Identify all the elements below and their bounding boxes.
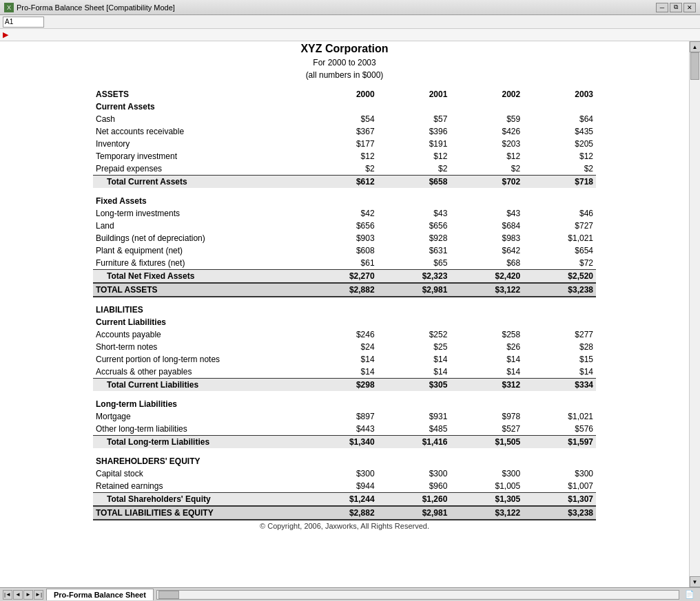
total-ca-label: Total Current Assets	[93, 176, 305, 189]
retained-2000: $944	[305, 480, 378, 493]
temp-inv-2003: $12	[523, 150, 596, 162]
nar-2000: $367	[305, 125, 378, 138]
cap-stock-label: Capital stock	[93, 467, 305, 480]
mortgage-2003: $1,021	[523, 410, 596, 423]
total-equity-2003: $1,307	[523, 493, 596, 507]
total-ca-2002: $702	[450, 176, 523, 189]
period-label: For 2000 to 2003	[93, 56, 596, 69]
furniture-2001: $65	[378, 257, 451, 270]
accruals-2002: $14	[450, 366, 523, 379]
furniture-2003: $72	[523, 257, 596, 270]
buildings-row: Buildings (net of depreciation) $903 $92…	[93, 232, 596, 244]
land-row: Land $656 $656 $684 $727	[93, 220, 596, 232]
fixed-assets-header: Fixed Assets	[93, 195, 305, 207]
h-scroll-thumb[interactable]	[158, 591, 179, 599]
prev-sheet-button[interactable]: ◄	[13, 590, 23, 600]
scrollbar-thumb[interactable]	[690, 52, 699, 80]
equity-header-row: SHAREHOLDERS' EQUITY	[93, 455, 596, 467]
ap-2000: $246	[305, 328, 378, 341]
mortgage-row: Mortgage $897 $931 $978 $1,021	[93, 410, 596, 423]
mortgage-label: Mortgage	[93, 410, 305, 423]
lt-invest-2001: $43	[378, 207, 451, 220]
current-liab-header: Current Liabilities	[93, 316, 305, 328]
ready-status: 📄	[682, 590, 697, 599]
total-assets-2000: $2,882	[305, 283, 378, 297]
mortgage-2001: $931	[378, 410, 451, 423]
inventory-2002: $203	[450, 138, 523, 150]
total-le-2000: $2,882	[305, 506, 378, 520]
total-cl-2003: $334	[523, 379, 596, 392]
next-sheet-button[interactable]: ►	[23, 590, 33, 600]
total-ltl-2003: $1,597	[523, 436, 596, 449]
cap-stock-2002: $300	[450, 467, 523, 480]
inventory-2001: $191	[378, 138, 451, 150]
sheet-tab[interactable]: Pro-Forma Balance Sheet	[46, 589, 154, 600]
cash-label: Cash	[93, 113, 305, 125]
prepaid-2001: $2	[378, 162, 451, 176]
stn-2001: $25	[378, 341, 451, 353]
total-le-row: TOTAL LIABILITIES & EQUITY $2,882 $2,981…	[93, 506, 596, 520]
accruals-label: Accruals & other payables	[93, 366, 305, 379]
total-equity-2000: $1,244	[305, 493, 378, 507]
total-ltl-2002: $1,505	[450, 436, 523, 449]
stn-row: Short-term notes $24 $25 $26 $28	[93, 341, 596, 353]
total-ltl-2001: $1,416	[378, 436, 451, 449]
ap-2003: $277	[523, 328, 596, 341]
prepaid-2003: $2	[523, 162, 596, 176]
restore-button[interactable]: ⧉	[670, 3, 682, 12]
total-nfa-2001: $2,323	[378, 270, 451, 284]
total-ca-row: Total Current Assets $612 $658 $702 $718	[93, 176, 596, 189]
lt-invest-2003: $46	[523, 207, 596, 220]
cap-stock-row: Capital stock $300 $300 $300 $300	[93, 467, 596, 480]
other-lt-2003: $576	[523, 423, 596, 436]
minimize-button[interactable]: ─	[656, 3, 668, 12]
buildings-2000: $903	[305, 232, 378, 244]
total-ca-2001: $658	[378, 176, 451, 189]
prepaid-row: Prepaid expenses $2 $2 $2 $2	[93, 162, 596, 176]
main-area: ▶ XYZ Corporation	[0, 15, 700, 587]
close-button[interactable]: ✕	[683, 3, 696, 12]
lt-liab-header: Long-term Liabilities	[93, 398, 305, 410]
land-2003: $727	[523, 220, 596, 232]
buildings-2002: $983	[450, 232, 523, 244]
accruals-2000: $14	[305, 366, 378, 379]
mortgage-2002: $978	[450, 410, 523, 423]
nar-row: Net accounts receivable $367 $396 $426 $…	[93, 125, 596, 138]
scroll-down-button[interactable]: ▼	[690, 576, 701, 587]
assets-header-label: ASSETS	[93, 88, 305, 101]
first-sheet-button[interactable]: |◄	[3, 590, 12, 600]
equity-label: SHAREHOLDERS' EQUITY	[93, 455, 305, 467]
temp-inv-row: Temporary investment $12 $12 $12 $12	[93, 150, 596, 162]
last-sheet-button[interactable]: ►|	[34, 590, 43, 600]
scroll-up-button[interactable]: ▲	[690, 41, 701, 52]
company-title: XYZ Corporation	[93, 41, 596, 56]
total-le-2002: $3,122	[450, 506, 523, 520]
inventory-row: Inventory $177 $191 $203 $205	[93, 138, 596, 150]
cash-2002: $59	[450, 113, 523, 125]
total-cl-label: Total Current Liabilities	[93, 379, 305, 392]
scrollbar-track[interactable]	[690, 52, 700, 576]
title-bar: X Pro-Forma Balance Sheet [Compatibility…	[0, 0, 700, 15]
horizontal-scrollbar[interactable]	[156, 590, 679, 600]
current-liab-header-row: Current Liabilities	[93, 316, 596, 328]
total-equity-2002: $1,305	[450, 493, 523, 507]
column-headers-row: ASSETS 2000 2001 2002 2003	[93, 88, 596, 101]
stn-2002: $26	[450, 341, 523, 353]
nar-2001: $396	[378, 125, 451, 138]
prepaid-2002: $2	[450, 162, 523, 176]
name-box[interactable]	[3, 17, 44, 28]
window-controls: ─ ⧉ ✕	[656, 3, 696, 12]
furniture-2000: $61	[305, 257, 378, 270]
stn-2003: $28	[523, 341, 596, 353]
nar-label: Net accounts receivable	[93, 125, 305, 138]
cash-2000: $54	[305, 113, 378, 125]
inventory-label: Inventory	[93, 138, 305, 150]
total-le-2003: $3,238	[523, 506, 596, 520]
vertical-scrollbar[interactable]: ▲ ▼	[689, 41, 700, 587]
total-equity-2001: $1,260	[378, 493, 451, 507]
nar-2002: $426	[450, 125, 523, 138]
total-cl-2001: $305	[378, 379, 451, 392]
sheet-content[interactable]: XYZ Corporation For 2000 to 2003 (all nu…	[0, 41, 689, 587]
spacer-5	[93, 448, 596, 455]
retained-2003: $1,007	[523, 480, 596, 493]
